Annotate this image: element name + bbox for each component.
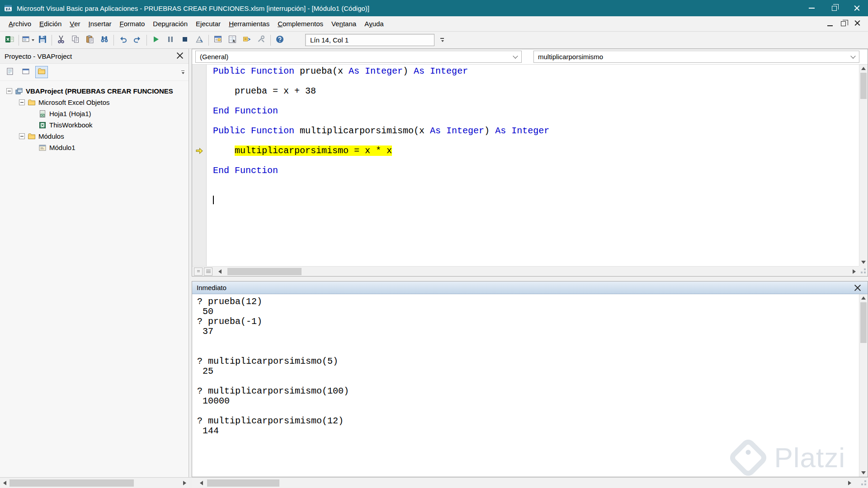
- code-line-13[interactable]: [213, 186, 859, 196]
- immediate-line[interactable]: ? multiplicarporsimismo(12): [197, 416, 859, 426]
- scroll-thumb[interactable]: [227, 268, 302, 275]
- code-line-4[interactable]: [213, 96, 859, 106]
- scroll-up-button[interactable]: [859, 65, 868, 72]
- view-object-button[interactable]: [19, 66, 32, 78]
- code-line-2[interactable]: [213, 76, 859, 86]
- immediate-line[interactable]: ? prueba(-1): [197, 317, 859, 327]
- immediate-line[interactable]: 50: [197, 307, 859, 317]
- view-code-button[interactable]: [4, 66, 16, 78]
- collapse-toggle-icon[interactable]: [19, 99, 25, 105]
- tree-item-thisworkbook[interactable]: ThisWorkbook: [0, 119, 189, 131]
- toolbar-button-object-browser[interactable]: [240, 33, 254, 47]
- toolbar-options-button[interactable]: [438, 33, 446, 47]
- collapse-toggle-icon[interactable]: [19, 133, 25, 139]
- collapse-toggle-icon[interactable]: [6, 88, 12, 94]
- code-line-8[interactable]: [213, 136, 859, 146]
- mdi-close-button[interactable]: [854, 20, 861, 28]
- tree-item-hoja1-hoja1[interactable]: Hoja1 (Hoja1): [0, 108, 189, 119]
- code-line-12[interactable]: [213, 176, 859, 186]
- scroll-left-button[interactable]: [215, 267, 225, 276]
- toolbar-button-find[interactable]: [97, 33, 112, 47]
- immediate-line[interactable]: ? prueba(12): [197, 297, 859, 307]
- toggle-folders-button[interactable]: [35, 66, 48, 78]
- scroll-down-button[interactable]: [859, 469, 868, 477]
- window-close-button[interactable]: [845, 0, 868, 16]
- toolbar-button-cut[interactable]: [54, 33, 68, 47]
- immediate-lines[interactable]: ? prueba(12) 50? prueba(-1) 37? multipli…: [192, 294, 859, 477]
- menu-item-ejecutar[interactable]: Ejecutar: [192, 16, 225, 31]
- toolbar-button-undo[interactable]: [116, 33, 130, 47]
- code-editor[interactable]: Public Function prueba(x As Integer) As …: [192, 65, 859, 266]
- code-line-6[interactable]: [213, 116, 859, 126]
- toolbar-button-properties-window[interactable]: [225, 33, 240, 47]
- toolbar-button-break[interactable]: [163, 33, 178, 47]
- immediate-line[interactable]: 37: [197, 327, 859, 337]
- menu-item-formato[interactable]: Formato: [115, 16, 149, 31]
- object-dropdown[interactable]: (General): [195, 51, 522, 63]
- toolbar-button-save[interactable]: [35, 33, 50, 47]
- toolbar-button-copy[interactable]: [68, 33, 83, 47]
- immediate-line[interactable]: [197, 347, 859, 357]
- menu-item-ver[interactable]: Ver: [66, 16, 84, 31]
- scroll-right-button[interactable]: [849, 267, 859, 276]
- project-panel-options-button[interactable]: [179, 66, 186, 79]
- tree-item-modulo1[interactable]: Módulo1: [0, 142, 189, 153]
- toolbar-button-view-excel[interactable]: [2, 33, 17, 47]
- immediate-line[interactable]: [197, 376, 859, 386]
- toolbar-button-reset[interactable]: [178, 33, 192, 47]
- immediate-line[interactable]: ? multiplicarporsimismo(5): [197, 357, 859, 366]
- immediate-line[interactable]: 25: [197, 366, 859, 376]
- toolbar-button-redo[interactable]: [130, 33, 145, 47]
- scroll-thumb[interactable]: [9, 479, 134, 487]
- window-minimize-button[interactable]: [800, 0, 823, 16]
- code-line-11[interactable]: End Function: [213, 166, 859, 176]
- immediate-vertical-scrollbar[interactable]: [859, 294, 868, 477]
- scroll-up-button[interactable]: [859, 294, 868, 302]
- code-vertical-scrollbar[interactable]: [859, 65, 868, 266]
- code-horizontal-scrollbar[interactable]: [192, 266, 859, 276]
- procedure-dropdown[interactable]: multiplicarporsimismo: [533, 51, 859, 63]
- code-line-7[interactable]: Public Function multiplicarporsimismo(x …: [213, 126, 859, 136]
- scroll-right-button[interactable]: [180, 478, 189, 488]
- code-line-5[interactable]: End Function: [213, 106, 859, 116]
- window-resize-grip[interactable]: [857, 478, 868, 488]
- immediate-close-button[interactable]: [852, 282, 863, 293]
- window-restore-button[interactable]: [823, 0, 845, 16]
- scroll-down-button[interactable]: [859, 258, 868, 266]
- project-panel-close-button[interactable]: [176, 52, 184, 61]
- scroll-left-button[interactable]: [0, 478, 9, 488]
- immediate-line[interactable]: [197, 406, 859, 416]
- toolbar-button-run[interactable]: [149, 33, 163, 47]
- toolbar-button-paste[interactable]: [83, 33, 97, 47]
- scroll-right-button[interactable]: [844, 478, 854, 488]
- immediate-window-header[interactable]: Inmediato: [192, 282, 868, 294]
- scroll-left-button[interactable]: [196, 478, 206, 488]
- immediate-line[interactable]: [197, 337, 859, 347]
- toolbar-button-design-mode[interactable]: [192, 33, 207, 47]
- menu-item-ayuda[interactable]: Ayuda: [360, 16, 388, 31]
- menu-item-insertar[interactable]: Insertar: [85, 16, 116, 31]
- menu-item-complementos[interactable]: Complementos: [274, 16, 327, 31]
- immediate-line[interactable]: 144: [197, 426, 859, 436]
- menu-item-herramientas[interactable]: Herramientas: [225, 16, 274, 31]
- menu-item-edicion[interactable]: Edición: [35, 16, 66, 31]
- mdi-restore-button[interactable]: [841, 20, 846, 28]
- immediate-line[interactable]: ? multiplicarporsimismo(100): [197, 386, 859, 396]
- toolbar-button-toolbox[interactable]: [254, 33, 269, 47]
- tree-item-microsoft-excel-objetos[interactable]: Microsoft Excel Objetos: [0, 97, 189, 108]
- menu-item-ventana[interactable]: Ventana: [327, 16, 360, 31]
- immediate-line[interactable]: 10000: [197, 396, 859, 406]
- code-line-1[interactable]: Public Function prueba(x As Integer) As …: [213, 66, 859, 76]
- code-line-3[interactable]: prueba = x + 38: [213, 86, 859, 96]
- scroll-thumb[interactable]: [860, 302, 867, 343]
- menu-item-archivo[interactable]: Archivo: [5, 16, 35, 31]
- full-module-view-button[interactable]: [204, 267, 212, 276]
- procedure-view-button[interactable]: [194, 267, 203, 276]
- code-line-14[interactable]: [213, 196, 859, 206]
- code-line-9[interactable]: multiplicarporsimismo = x * x: [213, 146, 859, 156]
- toolbar-button-insert-userform[interactable]: [21, 33, 35, 47]
- toolbar-button-help[interactable]: [273, 33, 287, 47]
- toolbar-button-project-explorer[interactable]: [211, 33, 225, 47]
- scroll-thumb[interactable]: [860, 73, 867, 99]
- mdi-minimize-button[interactable]: [827, 20, 833, 28]
